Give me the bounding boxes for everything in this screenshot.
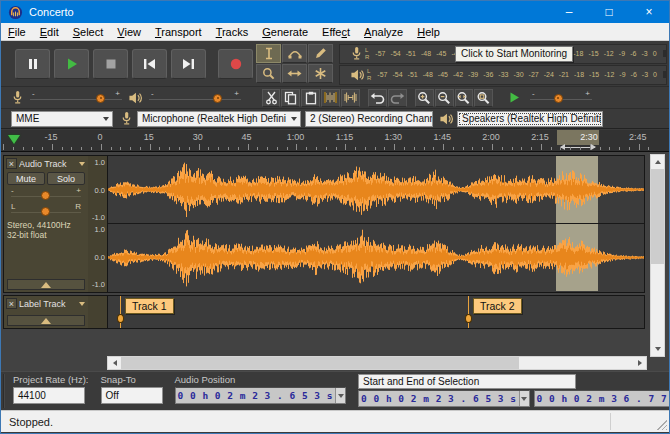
playback-meter[interactable]: LR -57-54-51-48-45-42-39-36-33-30-27-24-…	[339, 65, 667, 85]
scroll-down-arrow[interactable]	[651, 342, 664, 356]
record-button[interactable]	[218, 49, 253, 79]
horizontal-scroll-thumb[interactable]	[121, 357, 519, 369]
selection-tool-button[interactable]	[256, 44, 281, 63]
play-speed-slider[interactable]: - +	[530, 90, 592, 106]
redo-button[interactable]	[388, 89, 407, 107]
recording-device-dropdown[interactable]: Microphone (Realtek High Defini	[137, 111, 301, 127]
slider-thumb[interactable]	[96, 94, 105, 103]
paste-button[interactable]	[301, 89, 320, 107]
slider-thumb[interactable]	[41, 191, 50, 200]
slider-thumb[interactable]	[213, 94, 222, 103]
mute-button[interactable]: Mute	[7, 172, 45, 185]
track-name[interactable]: Label Track	[19, 299, 77, 309]
timeline-options-icon[interactable]	[8, 135, 20, 144]
copy-button[interactable]	[281, 89, 300, 107]
solo-button[interactable]: Solo	[47, 172, 85, 185]
slider-thumb[interactable]	[41, 207, 50, 216]
selection-mode-dropdown[interactable]: Start and End of Selection	[358, 374, 576, 389]
envelope-tool-button[interactable]	[282, 44, 307, 63]
pan-slider[interactable]: L R	[9, 203, 83, 218]
zoom-tool-button[interactable]	[256, 64, 281, 83]
playback-device-dropdown[interactable]: Speakers (Realtek High Definiti	[457, 111, 603, 127]
menu-tracks[interactable]: Tracks	[209, 25, 256, 39]
label-marker-handle[interactable]	[117, 314, 124, 323]
ruler-tick	[326, 147, 327, 150]
menu-select[interactable]: Select	[66, 25, 111, 39]
selection-end-field[interactable]: 0 0 h 0 2 m 3 6 . 7 7 6 s	[534, 390, 670, 407]
menu-generate[interactable]: Generate	[255, 25, 315, 39]
snap-to-dropdown[interactable]: Off	[101, 387, 163, 404]
ruler-tick	[590, 144, 591, 150]
label-marker-handle[interactable]	[465, 314, 472, 323]
gain-slider[interactable]: - +	[9, 187, 83, 202]
resize-grip[interactable]	[657, 420, 667, 430]
project-rate-dropdown[interactable]: 44100	[13, 387, 85, 404]
toolbar-grabber[interactable]	[3, 374, 5, 408]
draw-tool-button[interactable]	[308, 44, 333, 63]
timeline-ruler[interactable]: -1501530451:001:151:301:452:002:152:302:…	[1, 130, 669, 152]
selection-start-field[interactable]: 0 0 h 0 2 m 2 3 . 6 5 3 s	[358, 390, 530, 407]
snap-to-label: Snap-To	[101, 374, 163, 387]
timeshift-tool-button[interactable]	[282, 64, 307, 83]
menu-edit[interactable]: Edit	[33, 25, 66, 39]
scroll-up-arrow[interactable]	[651, 155, 664, 169]
label-marker-line[interactable]	[468, 296, 469, 328]
play-at-speed-button[interactable]	[504, 89, 524, 107]
multi-tool-button[interactable]	[308, 64, 333, 83]
menu-analyze[interactable]: Analyze	[357, 25, 410, 39]
waveform-display[interactable]	[108, 156, 644, 292]
zoom-in-button[interactable]	[415, 89, 434, 107]
time-format-spinner[interactable]	[519, 391, 529, 406]
maximize-button[interactable]: □	[589, 1, 629, 23]
skip-end-button[interactable]	[171, 49, 206, 79]
undo-button[interactable]	[368, 89, 387, 107]
slider-thumb[interactable]	[554, 94, 563, 103]
silence-audio-button[interactable]	[341, 89, 360, 107]
scroll-right-arrow[interactable]	[633, 357, 646, 369]
recording-channels-dropdown[interactable]: 2 (Stereo) Recording Channels	[305, 111, 433, 127]
collapse-track-button[interactable]	[7, 315, 85, 326]
waveform-channel-right[interactable]	[108, 224, 644, 292]
waveform-channel-left[interactable]	[108, 156, 644, 224]
scroll-left-arrow[interactable]	[108, 357, 121, 369]
vertical-ruler[interactable]: 1.00.0-1.0 1.00.0-1.0	[88, 156, 108, 292]
track-name[interactable]: Audio Track	[19, 159, 77, 169]
close-button[interactable]: ×	[629, 1, 669, 23]
stop-button[interactable]	[93, 49, 128, 79]
menu-effect[interactable]: Effect	[315, 25, 357, 39]
playback-volume-slider[interactable]: - +	[149, 90, 241, 106]
label-flag[interactable]: Track 1	[125, 298, 174, 314]
minimize-button[interactable]: –	[549, 1, 589, 23]
close-track-button[interactable]: ×	[6, 298, 17, 309]
close-track-button[interactable]: ×	[6, 158, 17, 169]
play-button[interactable]	[54, 49, 89, 79]
audio-position-field[interactable]: 0 0 h 0 2 m 2 3 . 6 5 3 s	[175, 387, 347, 404]
menu-transport[interactable]: Transport	[148, 25, 209, 39]
time-format-spinner[interactable]	[335, 388, 345, 403]
meter-left-label: L	[367, 68, 371, 75]
vertical-scroll-thumb[interactable]	[651, 169, 664, 264]
label-flag[interactable]: Track 2	[473, 298, 522, 314]
pause-button[interactable]	[15, 49, 50, 79]
zoom-fit-button[interactable]	[474, 89, 493, 107]
recording-meter[interactable]: LR -57-54-51-48-45-42-39-36-33-30-27-24-…	[339, 44, 667, 64]
audio-host-dropdown[interactable]: MME	[11, 111, 113, 127]
menu-file[interactable]: File	[1, 25, 33, 39]
undo-icon	[370, 92, 385, 104]
track-menu-icon[interactable]	[79, 162, 85, 169]
skip-start-button[interactable]	[132, 49, 167, 79]
ruler-tick	[179, 147, 180, 150]
recording-volume-slider[interactable]: - +	[30, 90, 122, 106]
zoom-selection-button[interactable]	[455, 89, 474, 107]
vertical-scrollbar[interactable]	[650, 154, 665, 357]
label-area[interactable]: Track 1Track 2	[108, 296, 644, 328]
menu-view[interactable]: View	[110, 25, 148, 39]
label-marker-line[interactable]	[120, 296, 121, 328]
collapse-track-button[interactable]	[7, 279, 85, 290]
zoom-out-button[interactable]	[435, 89, 454, 107]
track-menu-icon[interactable]	[79, 302, 85, 309]
trim-audio-button[interactable]	[321, 89, 340, 107]
cut-button[interactable]	[262, 89, 281, 107]
menu-help[interactable]: Help	[410, 25, 447, 39]
horizontal-scrollbar[interactable]	[107, 356, 647, 370]
